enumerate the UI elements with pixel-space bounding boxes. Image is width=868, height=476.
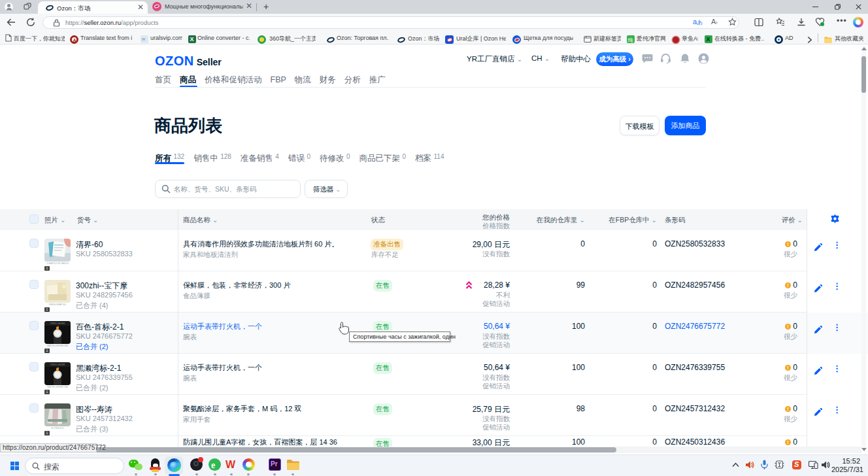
- svg-text:OPEN LIGHTER: OPEN LIGHTER: [50, 364, 65, 366]
- svg-text:OPEN LIGHTER: OPEN LIGHTER: [50, 322, 65, 325]
